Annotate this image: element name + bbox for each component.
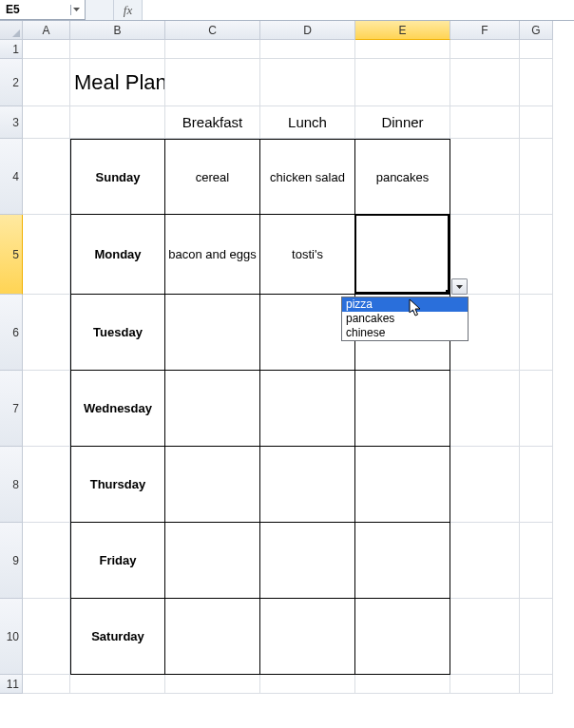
row-header-8[interactable]: 8 [0, 447, 23, 523]
cell-C6[interactable] [165, 295, 260, 371]
cell-A10[interactable] [23, 599, 70, 675]
cell-G4[interactable] [520, 139, 553, 215]
cell-G2[interactable] [520, 59, 553, 106]
cell-B6[interactable]: Tuesday [70, 295, 165, 371]
cell-B10[interactable]: Saturday [70, 599, 165, 675]
cell-C3[interactable]: Breakfast [165, 106, 260, 139]
data-validation-dropdown-button[interactable] [451, 278, 468, 295]
cell-G10[interactable] [520, 599, 553, 675]
row-header-9[interactable]: 9 [0, 523, 23, 599]
cell-B3[interactable] [70, 106, 165, 139]
row-header-7[interactable]: 7 [0, 371, 23, 447]
fx-icon[interactable]: fx [114, 0, 143, 20]
cell-C1[interactable] [165, 40, 260, 59]
cell-D10[interactable] [260, 599, 355, 675]
cell-B5[interactable]: Monday [70, 215, 165, 295]
cell-E5[interactable] [355, 215, 450, 295]
data-validation-list[interactable]: pizzapancakeschinese [341, 297, 469, 341]
cell-C2[interactable] [165, 59, 260, 106]
cell-E10[interactable] [355, 599, 450, 675]
cell-D9[interactable] [260, 523, 355, 599]
cell-D4[interactable]: chicken salad [260, 139, 355, 215]
cell-G7[interactable] [520, 371, 553, 447]
name-box-dropdown-icon[interactable] [70, 5, 81, 15]
col-header-G[interactable]: G [520, 21, 553, 40]
cell-E9[interactable] [355, 523, 450, 599]
cell-C9[interactable] [165, 523, 260, 599]
dropdown-option-pizza[interactable]: pizza [342, 297, 468, 312]
dropdown-option-pancakes[interactable]: pancakes [342, 312, 468, 326]
cell-E3[interactable]: Dinner [355, 106, 450, 139]
cell-B2[interactable]: Meal Planner [70, 59, 165, 106]
cell-A6[interactable] [23, 295, 70, 371]
cell-A7[interactable] [23, 371, 70, 447]
cell-F4[interactable] [450, 139, 520, 215]
formula-input[interactable] [143, 0, 574, 20]
row-header-11[interactable]: 11 [0, 675, 23, 694]
cell-E11[interactable] [355, 675, 450, 694]
row-header-3[interactable]: 3 [0, 106, 23, 139]
worksheet-grid[interactable]: ABCDEFG12Meal Planner3BreakfastLunchDinn… [0, 21, 574, 694]
cell-B11[interactable] [70, 675, 165, 694]
cell-G11[interactable] [520, 675, 553, 694]
cell-F9[interactable] [450, 523, 520, 599]
row-header-4[interactable]: 4 [0, 139, 23, 215]
col-header-C[interactable]: C [165, 21, 260, 40]
cell-E1[interactable] [355, 40, 450, 59]
cell-A2[interactable] [23, 59, 70, 106]
cell-A3[interactable] [23, 106, 70, 139]
cell-F7[interactable] [450, 371, 520, 447]
cell-G5[interactable] [520, 215, 553, 295]
cell-B9[interactable]: Friday [70, 523, 165, 599]
cell-C11[interactable] [165, 675, 260, 694]
cell-D3[interactable]: Lunch [260, 106, 355, 139]
cell-F1[interactable] [450, 40, 520, 59]
col-header-F[interactable]: F [450, 21, 520, 40]
cell-C7[interactable] [165, 371, 260, 447]
name-box[interactable]: E5 [0, 0, 86, 20]
cell-D8[interactable] [260, 447, 355, 523]
cell-F10[interactable] [450, 599, 520, 675]
dropdown-option-chinese[interactable]: chinese [342, 326, 468, 340]
cell-A5[interactable] [23, 215, 70, 295]
cell-C10[interactable] [165, 599, 260, 675]
cell-B7[interactable]: Wednesday [70, 371, 165, 447]
cell-C8[interactable] [165, 447, 260, 523]
cell-E8[interactable] [355, 447, 450, 523]
cell-F8[interactable] [450, 447, 520, 523]
col-header-B[interactable]: B [70, 21, 165, 40]
cell-D2[interactable] [260, 59, 355, 106]
cell-A4[interactable] [23, 139, 70, 215]
cell-C5[interactable]: bacon and eggs [165, 215, 260, 295]
col-header-D[interactable]: D [260, 21, 355, 40]
row-header-5[interactable]: 5 [0, 215, 23, 295]
row-header-10[interactable]: 10 [0, 599, 23, 675]
row-header-6[interactable]: 6 [0, 295, 23, 371]
cell-D7[interactable] [260, 371, 355, 447]
col-header-E[interactable]: E [355, 21, 450, 40]
cell-F3[interactable] [450, 106, 520, 139]
cell-A8[interactable] [23, 447, 70, 523]
cell-A1[interactable] [23, 40, 70, 59]
cell-A11[interactable] [23, 675, 70, 694]
col-header-A[interactable]: A [23, 21, 70, 40]
cell-G8[interactable] [520, 447, 553, 523]
cell-B1[interactable] [70, 40, 165, 59]
cell-G9[interactable] [520, 523, 553, 599]
row-header-2[interactable]: 2 [0, 59, 23, 106]
row-header-1[interactable]: 1 [0, 40, 23, 59]
cell-C4[interactable]: cereal [165, 139, 260, 215]
cell-G3[interactable] [520, 106, 553, 139]
cell-A9[interactable] [23, 523, 70, 599]
cell-D5[interactable]: tosti's [260, 215, 355, 295]
select-all-corner[interactable] [0, 21, 23, 40]
cell-E2[interactable] [355, 59, 450, 106]
cell-F2[interactable] [450, 59, 520, 106]
cell-F11[interactable] [450, 675, 520, 694]
cell-E4[interactable]: pancakes [355, 139, 450, 215]
cell-G1[interactable] [520, 40, 553, 59]
cell-D11[interactable] [260, 675, 355, 694]
cell-E7[interactable] [355, 371, 450, 447]
cell-D1[interactable] [260, 40, 355, 59]
cell-B4[interactable]: Sunday [70, 139, 165, 215]
